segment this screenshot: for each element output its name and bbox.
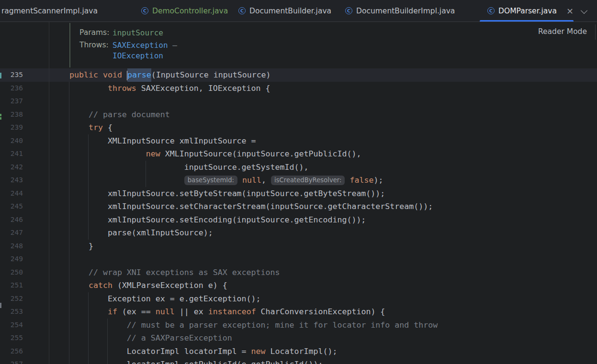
doc-throws-link-io[interactable]: IOException <box>113 51 163 60</box>
doc-comment-guide <box>69 23 70 67</box>
code-token: XMLInputSource(inputSource.getPublicId()… <box>160 149 361 158</box>
code-line: inputSource.getSystemId(), <box>50 161 308 174</box>
code-token: // parse document <box>89 110 170 119</box>
inlay-hint: baseSystemId: <box>184 176 237 185</box>
doc-throws-link-sax[interactable]: SAXException <box>113 41 168 50</box>
code-token: (ex == <box>117 307 156 316</box>
code-token <box>122 70 127 79</box>
tab-label: DemoController.java <box>152 7 228 15</box>
line-number: 238 <box>0 108 23 121</box>
doc-params-label: Params: <box>79 28 109 37</box>
line-number: 252 <box>0 292 23 306</box>
line-number: 246 <box>0 213 23 227</box>
reader-mode-button[interactable]: Reader Mode <box>538 27 587 36</box>
code-token <box>50 110 89 119</box>
doc-dash: – <box>168 41 177 50</box>
class-icon: C <box>141 7 148 14</box>
code-token: // must be a parser exception; mine it f… <box>127 320 438 330</box>
code-line: throws SAXException, IOException { <box>50 82 270 95</box>
tab-label: DOMParser.java <box>498 7 557 15</box>
code-token <box>237 176 242 185</box>
editor-tab-bar: ragmentScannerImpl.java C DemoController… <box>0 0 597 22</box>
code-token <box>345 176 349 185</box>
code-line: xmlInputSource.setByteStream(inputSource… <box>50 187 385 200</box>
code-token: try <box>89 123 103 132</box>
class-icon: C <box>345 7 352 14</box>
code-editor[interactable]: Params: inputSource Throws: SAXException… <box>0 22 597 364</box>
line-number: 235 <box>0 68 23 82</box>
code-token: CharConversionException) { <box>256 307 385 316</box>
code-line: } <box>50 240 93 253</box>
code-token <box>50 281 89 290</box>
reader-mode-divider <box>595 24 596 40</box>
code-token: // wrap XNI exceptions as SAX exceptions <box>89 268 280 277</box>
code-line: // a SAXParseException <box>50 331 232 345</box>
code-token: ); <box>373 176 383 185</box>
code-token <box>50 176 184 185</box>
code-token: xmlInputSource.setEncoding(inputSource.g… <box>50 215 366 224</box>
code-token: new <box>251 347 266 356</box>
code-token <box>50 123 89 132</box>
code-token: throws <box>108 84 136 93</box>
code-token <box>50 70 69 79</box>
line-number: 253 <box>0 305 23 319</box>
line-number: 236 <box>0 82 23 95</box>
tab-documentbuilderimpl[interactable]: C DocumentBuilderImpl.java <box>345 0 455 22</box>
line-number: 254 <box>0 319 23 332</box>
code-line: baseSystemId: null, isCreatedByResolver:… <box>50 174 383 187</box>
left-edge-marker <box>0 114 1 116</box>
left-edge-marker <box>0 73 1 78</box>
code-line: new XMLInputSource(inputSource.getPublic… <box>50 147 361 161</box>
code-line: try { <box>50 121 113 134</box>
code-token <box>50 84 108 93</box>
doc-params-value: inputSource <box>113 28 163 37</box>
code-line: xmlInputSource.setCharacterStream(inputS… <box>50 200 433 213</box>
line-number: 245 <box>0 200 23 213</box>
code-token: { <box>103 123 113 132</box>
line-number: 255 <box>0 331 23 345</box>
tab-fragmentscannerimpl[interactable]: ragmentScannerImpl.java <box>1 0 98 22</box>
code-token: Exception ex = e.getException(); <box>50 294 261 303</box>
code-line: // parse document <box>50 108 170 121</box>
code-token <box>98 70 103 79</box>
close-tab-icon[interactable]: × <box>566 7 574 15</box>
code-line: // wrap XNI exceptions as SAX exceptions <box>50 266 280 279</box>
line-number: 251 <box>0 279 23 292</box>
code-token: xmlInputSource.setCharacterStream(inputS… <box>50 202 433 211</box>
code-line: if (ex == null || ex instanceof CharConv… <box>50 305 385 319</box>
line-number: 247 <box>0 226 23 240</box>
line-number: 240 <box>0 134 23 148</box>
tab-domparser-active[interactable]: C DOMParser.java × <box>487 0 574 22</box>
tab-documentbuilder[interactable]: C DocumentBuilder.java <box>238 0 331 22</box>
code-line: parse(xmlInputSource); <box>50 226 213 240</box>
code-token: false <box>349 176 373 185</box>
code-token: locatorImpl.setPublicId(e.getPublicId())… <box>50 360 323 364</box>
code-line: xmlInputSource.setEncoding(inputSource.g… <box>50 213 366 227</box>
tab-label: ragmentScannerImpl.java <box>1 7 98 15</box>
code-line: public void parse(InputSource inputSourc… <box>50 68 271 82</box>
doc-throws-label: Throws: <box>79 41 109 49</box>
tab-democontroller[interactable]: C DemoController.java <box>141 0 228 22</box>
code-token: instanceof <box>208 307 256 316</box>
code-token: LocatorImpl(); <box>266 347 338 356</box>
line-number: 256 <box>0 345 23 358</box>
code-line: Exception ex = e.getException(); <box>50 292 261 306</box>
left-edge-marker <box>0 117 1 120</box>
code-token: new <box>146 149 160 158</box>
code-token <box>50 268 89 277</box>
code-token: XMLInputSource xmlInputSource = <box>50 136 256 145</box>
chevron-down-icon[interactable] <box>581 8 587 14</box>
line-number: 257 <box>0 358 23 364</box>
code-token: catch <box>89 281 113 290</box>
active-tab-indicator <box>480 20 574 22</box>
code-line: locatorImpl.setPublicId(e.getPublicId())… <box>50 358 323 364</box>
code-line: // must be a parser exception; mine it f… <box>50 319 438 332</box>
code-token: (InputSource inputSource) <box>151 70 271 79</box>
code-token: void <box>103 70 122 79</box>
line-number: 248 <box>0 240 23 253</box>
code-token: // a SAXParseException <box>127 333 232 342</box>
line-number: 249 <box>0 253 23 266</box>
selected-identifier: parse <box>127 68 151 82</box>
line-number: 243 <box>0 174 23 187</box>
gutter-divider <box>49 22 49 364</box>
